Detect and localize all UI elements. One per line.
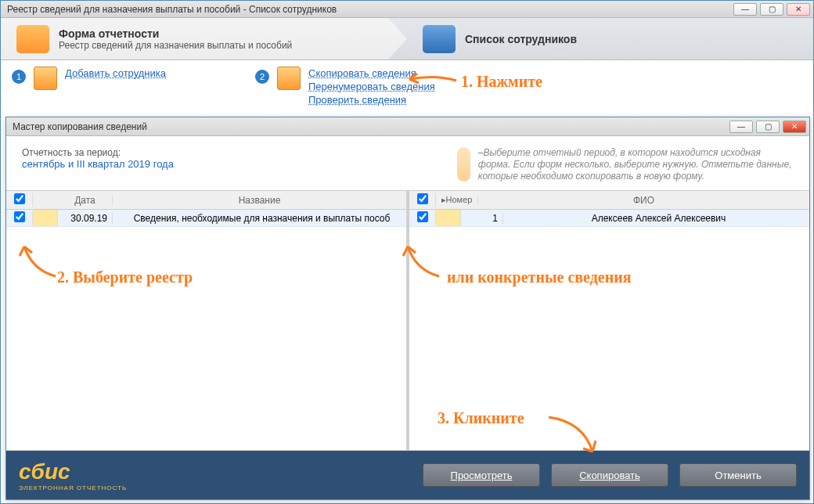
annotation-arrow-2	[16, 242, 63, 281]
left-col-name[interactable]: Название	[113, 195, 406, 206]
wizard-maximize-button[interactable]: ▢	[756, 121, 780, 133]
employees-icon	[423, 25, 456, 53]
minimize-button[interactable]: —	[733, 3, 757, 16]
breadcrumb-step-employees[interactable]: Список сотрудников	[407, 18, 813, 59]
add-employee-icon	[34, 67, 57, 90]
annotation-arrow-2b	[400, 242, 447, 281]
main-titlebar: Реестр сведений для назначения выплаты и…	[1, 1, 813, 18]
table-row[interactable]: 30.09.19 Сведения, необходимые для назна…	[6, 210, 406, 227]
check-data-link[interactable]: Проверить сведения	[308, 93, 435, 106]
main-title: Реестр сведений для назначения выплаты и…	[7, 4, 733, 15]
left-pane: Дата Название 30.09.19 Сведения, необход…	[6, 191, 409, 450]
step-form-sub: Реестр сведений для назначения выплаты и…	[59, 40, 292, 51]
table-row[interactable]: 1 Алексеев Алексей Алексеевич	[409, 210, 809, 227]
step-badge-2: 2	[255, 70, 269, 84]
period-value[interactable]: сентябрь и III квартал 2019 года	[22, 158, 174, 170]
annotation-arrow-1	[405, 71, 459, 90]
annotation-step2: 2. Выберите реестр	[57, 268, 193, 286]
row-icon	[436, 210, 461, 226]
row-icon	[33, 210, 58, 226]
step-form-title: Форма отчетности	[59, 27, 292, 40]
copy-data-icon	[277, 67, 301, 90]
right-row-fio: Алексеев Алексей Алексеевич	[503, 213, 809, 224]
left-row-checkbox[interactable]	[14, 211, 25, 222]
step-employees-title: Список сотрудников	[465, 33, 577, 45]
right-col-num[interactable]: Номер	[446, 195, 473, 204]
period-label: Отчетность за период:	[22, 147, 174, 158]
wizard-title: Мастер копирования сведений	[13, 121, 729, 132]
preview-button[interactable]: Просмотреть	[423, 463, 540, 487]
right-row-checkbox[interactable]	[417, 211, 428, 222]
wizard-titlebar: Мастер копирования сведений — ▢ ✕	[6, 117, 809, 136]
annotation-step3: 3. Кликните	[438, 409, 524, 427]
form-icon	[16, 25, 49, 53]
wizard-hint: –Выберите отчетный период, в котором нах…	[478, 147, 794, 182]
cancel-button[interactable]: Отменить	[679, 463, 797, 487]
step-badge-1: 1	[12, 70, 26, 84]
logo: сбис ЭЛЕКТРОННАЯ ОТЧЕТНОСТЬ	[19, 459, 412, 491]
wizard-minimize-button[interactable]: —	[729, 121, 753, 133]
maximize-button[interactable]: ▢	[760, 3, 783, 16]
wizard-close-button[interactable]: ✕	[783, 121, 806, 133]
close-button[interactable]: ✕	[787, 3, 810, 16]
mascot-icon	[457, 147, 470, 182]
left-row-name: Сведения, необходимые для назначения и в…	[113, 213, 406, 224]
annotation-step2b: или конкретные сведения	[447, 268, 632, 286]
left-select-all-checkbox[interactable]	[14, 193, 25, 204]
annotation-step1: 1. Нажмите	[461, 73, 542, 91]
copy-button[interactable]: Скопировать	[551, 463, 668, 487]
annotation-arrow-3	[544, 411, 607, 458]
add-employee-link[interactable]: Добавить сотрудника	[65, 67, 166, 80]
left-row-date: 30.09.19	[58, 213, 113, 224]
right-row-num: 1	[461, 213, 503, 224]
right-select-all-checkbox[interactable]	[417, 193, 428, 204]
breadcrumb-step-form[interactable]: Форма отчетности Реестр сведений для наз…	[1, 18, 407, 59]
right-col-fio[interactable]: ФИО	[478, 195, 809, 206]
left-col-date[interactable]: Дата	[58, 195, 113, 206]
